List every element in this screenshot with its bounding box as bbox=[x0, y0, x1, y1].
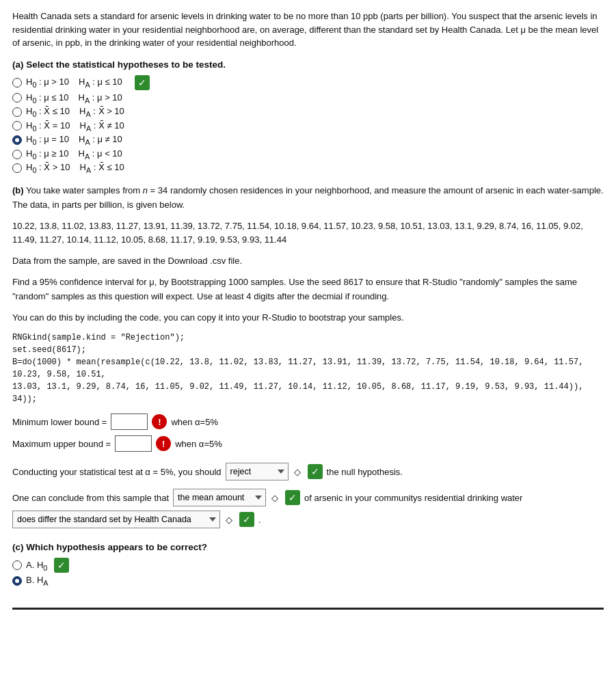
radio-a[interactable] bbox=[12, 78, 22, 87]
option-e-ha: HA : μ ≠ 10 bbox=[79, 134, 122, 146]
conclude-text2: of arsenic in your communitys residentia… bbox=[304, 493, 522, 503]
option-f-h0: H0 : μ ≥ 10 bbox=[26, 148, 69, 161]
conduct-end: the null hypothesis. bbox=[327, 467, 403, 477]
conduct-select[interactable]: reject fail to reject bbox=[226, 463, 289, 480]
conclude-arrow1: ◇ bbox=[271, 493, 278, 503]
conclude-row1: One can conclude from this sample that t… bbox=[12, 489, 604, 506]
bottom-divider bbox=[12, 608, 604, 610]
part-b-label: (b) You take water samples from n = 34 r… bbox=[12, 184, 604, 213]
intro-paragraph: Health Canada sets a standard for arseni… bbox=[12, 10, 604, 50]
option-b-row[interactable]: H0 : μ ≤ 10 HA : μ > 10 bbox=[12, 92, 604, 105]
min-lower-row: Minimum lower bound = ! when α=5% bbox=[12, 413, 604, 430]
download-text: Data from the sample, are saved in the D… bbox=[12, 254, 604, 269]
min-warn-icon: ! bbox=[152, 414, 167, 429]
max-upper-input[interactable] bbox=[115, 435, 152, 452]
part-c-option-a-label: A. H0 bbox=[26, 560, 47, 572]
conduct-row: Conducting your statistical test at α = … bbox=[12, 463, 604, 480]
option-d-row[interactable]: H0 : X̄ = 10 HA : X̄ ≠ 10 bbox=[12, 120, 604, 133]
part-a-label: (a) Select the statistical hypotheses to… bbox=[12, 59, 604, 70]
option-c-h0: H0 : X̄ ≤ 10 bbox=[26, 106, 70, 118]
option-a-check: ✓ bbox=[135, 75, 150, 90]
part-c-option-b[interactable]: B. HA bbox=[12, 575, 604, 587]
option-a-row[interactable]: H0 : μ > 10 HA : μ ≤ 10 ✓ bbox=[12, 75, 604, 90]
part-c-option-b-label: B. HA bbox=[26, 575, 49, 587]
conclude-check2: ✓ bbox=[239, 512, 254, 527]
option-d-ha: HA : X̄ ≠ 10 bbox=[80, 120, 124, 133]
radio-f[interactable] bbox=[12, 150, 22, 159]
conduct-text: Conducting your statistical test at α = … bbox=[12, 467, 222, 477]
radio-b[interactable] bbox=[12, 93, 22, 103]
option-b-ha: HA : μ > 10 bbox=[79, 92, 122, 105]
option-a-ha: HA : μ ≤ 10 bbox=[79, 77, 122, 89]
conclude-text1: One can conclude from this sample that bbox=[12, 493, 169, 503]
min-lower-label: Minimum lower bound = bbox=[12, 417, 107, 427]
min-lower-input[interactable] bbox=[111, 413, 148, 430]
max-upper-label: Maximum upper bound = bbox=[12, 439, 111, 449]
data-values: 10.22, 13.8, 11.02, 13.83, 11.27, 13.91,… bbox=[12, 219, 604, 248]
part-a-options: H0 : μ > 10 HA : μ ≤ 10 ✓ H0 : μ ≤ 10 HA… bbox=[12, 75, 604, 175]
bootstrap-text: Find a 95% confidence interval for μ, by… bbox=[12, 275, 604, 304]
max-upper-row: Maximum upper bound = ! when α=5% bbox=[12, 435, 604, 452]
main-page: Health Canada sets a standard for arseni… bbox=[0, 0, 616, 678]
max-warn-icon: ! bbox=[156, 436, 171, 451]
conclude-check1: ✓ bbox=[285, 490, 300, 505]
option-g-h0: H0 : X̄ > 10 bbox=[26, 162, 70, 174]
code-block: RNGkind(sample.kind = "Rejection"); set.… bbox=[12, 331, 604, 405]
conclude-row2: does differ the standard set by Health C… bbox=[12, 511, 604, 528]
part-c-option-a[interactable]: A. H0 ✓ bbox=[12, 558, 604, 573]
option-e-h0: H0 : μ = 10 bbox=[26, 134, 69, 146]
part-b-bold-label: (b) bbox=[12, 185, 24, 195]
conclude-select2[interactable]: does differ the standard set by Health C… bbox=[12, 511, 220, 528]
option-g-ha: HA : X̄ ≤ 10 bbox=[80, 162, 124, 174]
option-f-row[interactable]: H0 : μ ≥ 10 HA : μ < 10 bbox=[12, 148, 604, 161]
conclude-period: . bbox=[258, 515, 261, 525]
option-e-row[interactable]: H0 : μ = 10 HA : μ ≠ 10 bbox=[12, 134, 604, 146]
radio-c-a[interactable] bbox=[12, 560, 22, 570]
part-c-section: (c) Which hypothesis appears to be corre… bbox=[12, 542, 604, 587]
max-when-alpha: when α=5% bbox=[175, 439, 222, 449]
option-d-h0: H0 : X̄ = 10 bbox=[26, 120, 70, 133]
option-g-row[interactable]: H0 : X̄ > 10 HA : X̄ ≤ 10 bbox=[12, 162, 604, 174]
conduct-check: ✓ bbox=[308, 464, 323, 479]
conclude-select1[interactable]: the mean amount the median amount bbox=[173, 489, 266, 506]
conduct-arrow: ◇ bbox=[294, 467, 301, 477]
radio-d[interactable] bbox=[12, 121, 22, 131]
part-c-label: (c) Which hypothesis appears to be corre… bbox=[12, 542, 604, 552]
conclude-section: One can conclude from this sample that t… bbox=[12, 489, 604, 528]
option-b-h0: H0 : μ ≤ 10 bbox=[26, 92, 69, 105]
radio-e[interactable] bbox=[12, 135, 22, 145]
radio-c[interactable] bbox=[12, 107, 22, 117]
radio-g[interactable] bbox=[12, 163, 22, 173]
conclude-arrow2: ◇ bbox=[226, 515, 232, 525]
copy-text: You can do this by including the code, y… bbox=[12, 311, 604, 325]
option-c-ha: HA : X̄ > 10 bbox=[79, 106, 124, 118]
part-c-a-check: ✓ bbox=[54, 558, 69, 573]
option-f-ha: HA : μ < 10 bbox=[79, 148, 122, 161]
option-a-h0: H0 : μ > 10 bbox=[26, 77, 69, 89]
radio-c-b[interactable] bbox=[12, 576, 22, 586]
min-when-alpha: when α=5% bbox=[171, 417, 218, 427]
option-c-row[interactable]: H0 : X̄ ≤ 10 HA : X̄ > 10 bbox=[12, 106, 604, 118]
